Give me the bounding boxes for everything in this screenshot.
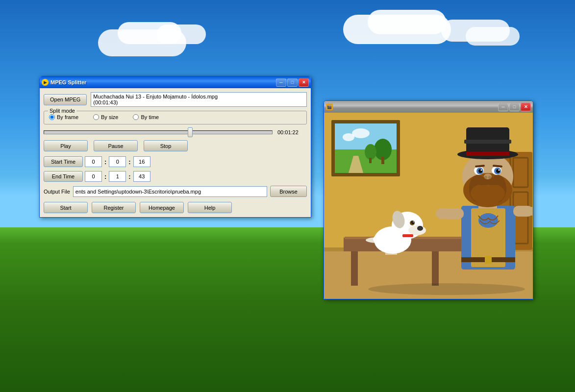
- svg-point-75: [368, 283, 525, 295]
- radio-by-size-label: By size: [101, 114, 118, 120]
- mpeg-window-title: MPEG Splitter: [50, 79, 86, 85]
- svg-rect-22: [432, 251, 439, 286]
- video-content: [324, 113, 533, 299]
- radio-by-time[interactable]: By time: [133, 114, 159, 120]
- pause-button[interactable]: Pause: [94, 140, 138, 151]
- file-name-display: Muchachada Nui 13 - Enjuto Mojamuto - Íd…: [91, 92, 307, 107]
- help-button[interactable]: Help: [188, 202, 232, 213]
- video-maximize-button[interactable]: □: [509, 103, 520, 111]
- slider-thumb[interactable]: [188, 127, 193, 137]
- video-title-buttons: ─ □ ✕: [498, 103, 531, 111]
- svg-rect-74: [466, 152, 509, 156]
- split-mode-label: Split mode: [48, 108, 76, 114]
- end-time-hours[interactable]: [85, 171, 102, 182]
- file-name-text: Muchachada Nui 13 - Enjuto Mojamuto - Íd…: [93, 94, 218, 105]
- radio-by-frame-input[interactable]: [49, 114, 55, 120]
- output-file-row: Output File Browse: [44, 186, 307, 197]
- register-button[interactable]: Register: [92, 202, 136, 213]
- svg-rect-35: [402, 234, 413, 237]
- start-time-row: Start Time : :: [44, 156, 307, 167]
- svg-point-12: [352, 128, 370, 138]
- current-time-display: 00:01:22: [277, 129, 307, 135]
- title-bar-left: ▶ MPEG Splitter: [42, 79, 86, 86]
- start-button[interactable]: Start: [44, 202, 88, 213]
- svg-rect-73: [464, 140, 511, 144]
- svg-point-70: [488, 176, 491, 179]
- open-mpeg-button[interactable]: Open MPEG: [44, 94, 87, 105]
- timeline-slider[interactable]: [44, 130, 273, 134]
- end-time-row: End Time : :: [44, 171, 307, 182]
- svg-rect-37: [385, 238, 397, 255]
- end-time-minutes[interactable]: [109, 171, 126, 182]
- svg-point-55: [471, 183, 505, 204]
- mpeg-title-buttons: ─ □ ✕: [276, 78, 309, 87]
- radio-by-size[interactable]: By size: [93, 114, 118, 120]
- play-button[interactable]: Play: [44, 140, 88, 151]
- svg-point-29: [417, 226, 423, 231]
- split-mode-group: Split mode By frame By size By time: [44, 111, 307, 124]
- mpeg-close-button[interactable]: ✕: [299, 78, 309, 87]
- open-file-row: Open MPEG Muchachada Nui 13 - Enjuto Moj…: [44, 92, 307, 107]
- svg-rect-8: [381, 157, 384, 164]
- output-file-input[interactable]: [73, 186, 267, 197]
- start-time-label: Start Time: [44, 156, 83, 167]
- svg-point-64: [481, 170, 482, 171]
- mpeg-splitter-window: ▶ MPEG Splitter ─ □ ✕ Open MPEG Muchacha…: [39, 76, 311, 218]
- mpeg-content: Open MPEG Muchachada Nui 13 - Enjuto Moj…: [40, 88, 311, 217]
- video-title-bar-left: 🎬: [326, 103, 335, 110]
- stop-button[interactable]: Stop: [144, 140, 188, 151]
- mpeg-maximize-button[interactable]: □: [287, 78, 298, 87]
- bottom-buttons-row: Start Register Homepage Help: [44, 202, 307, 213]
- radio-by-frame-label: By frame: [57, 114, 78, 120]
- mpeg-window-icon: ▶: [42, 79, 49, 86]
- svg-point-9: [365, 144, 376, 160]
- video-window-icon: 🎬: [326, 103, 333, 110]
- svg-point-32: [411, 221, 414, 224]
- svg-rect-42: [485, 256, 492, 264]
- svg-point-33: [413, 221, 414, 222]
- svg-point-40: [478, 213, 498, 228]
- mpeg-title-bar: ▶ MPEG Splitter ─ □ ✕: [40, 76, 311, 88]
- desktop: ▶ MPEG Splitter ─ □ ✕ Open MPEG Muchacha…: [0, 0, 575, 392]
- output-file-label: Output File: [44, 189, 70, 195]
- radio-by-time-label: By time: [141, 114, 159, 120]
- slider-row: 00:01:22: [44, 129, 307, 135]
- video-title-bar: 🎬 ─ □ ✕: [324, 101, 533, 113]
- video-preview-window: 🎬 ─ □ ✕: [324, 100, 533, 299]
- end-sep-2: :: [128, 173, 130, 180]
- cloud-4b: [466, 27, 520, 46]
- cartoon-scene: [324, 113, 533, 299]
- start-sep-1: :: [104, 158, 106, 166]
- homepage-button[interactable]: Homepage: [140, 202, 184, 213]
- start-time-hours[interactable]: [85, 156, 102, 167]
- svg-rect-21: [351, 251, 358, 286]
- cloud-3b: [368, 10, 446, 34]
- video-close-button[interactable]: ✕: [521, 103, 531, 111]
- cloud-2: [157, 24, 206, 44]
- svg-point-65: [499, 170, 500, 171]
- end-sep-1: :: [104, 173, 106, 180]
- radio-by-frame[interactable]: By frame: [49, 114, 78, 120]
- video-minimize-button[interactable]: ─: [498, 103, 508, 111]
- browse-button[interactable]: Browse: [270, 186, 307, 197]
- svg-point-28: [408, 225, 426, 235]
- mpeg-minimize-button[interactable]: ─: [276, 78, 286, 87]
- radio-by-time-input[interactable]: [133, 114, 139, 120]
- split-mode-options: By frame By size By time: [49, 114, 301, 120]
- svg-point-44: [436, 208, 450, 219]
- start-time-seconds[interactable]: [133, 156, 150, 167]
- svg-point-69: [484, 176, 487, 179]
- end-time-seconds[interactable]: [133, 171, 150, 182]
- radio-by-size-input[interactable]: [93, 114, 99, 120]
- start-sep-2: :: [128, 158, 130, 166]
- end-time-label: End Time: [44, 171, 83, 182]
- svg-rect-10: [369, 158, 372, 163]
- playback-controls: Play Pause Stop: [44, 140, 307, 151]
- start-time-minutes[interactable]: [109, 156, 126, 167]
